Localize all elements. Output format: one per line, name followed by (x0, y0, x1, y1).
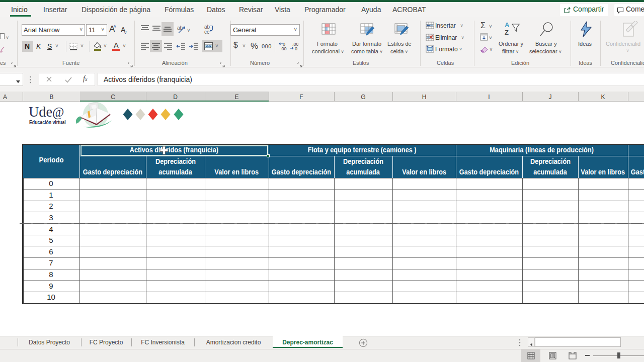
svg-text:ce: ce (204, 29, 210, 34)
svg-text:.00: .00 (280, 46, 287, 51)
svg-text:0: 0 (295, 46, 297, 51)
svg-text:A: A (505, 21, 510, 29)
svg-text:Z: Z (505, 29, 509, 36)
